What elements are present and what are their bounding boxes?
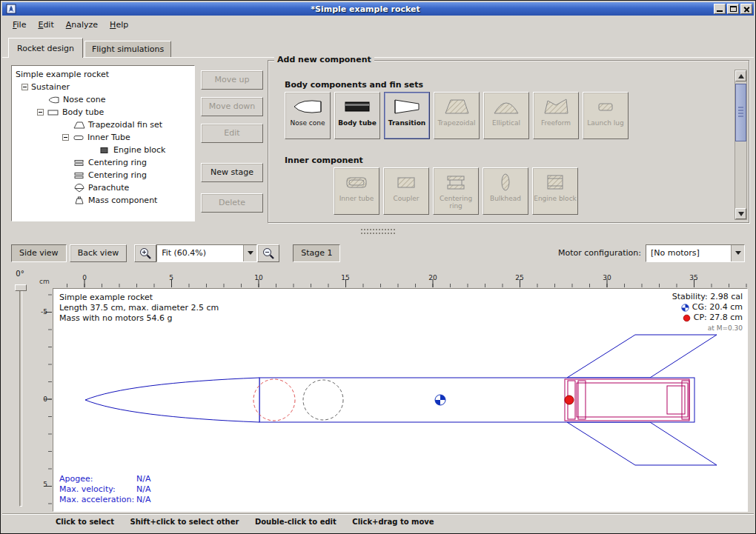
titlebar[interactable]: *Simple example rocket (2, 2, 754, 16)
inner-tube-icon (341, 171, 372, 193)
back-view-button[interactable]: Back view (70, 244, 127, 262)
component-tree[interactable]: Simple example rocket Sustainer Nose con… (11, 65, 195, 221)
ruler-label: 10 (250, 274, 268, 281)
component-scrollbar[interactable] (735, 70, 747, 220)
tree-item-label: Inner Tube (87, 133, 130, 142)
tree-item-label: Trapezoidal fin set (88, 120, 162, 130)
canvas-zone: 0° cm 0 5 10 15 20 25 30 (2, 267, 754, 513)
tree-item-label: Centering ring (88, 158, 147, 167)
maximize-button[interactable] (727, 4, 739, 14)
move-down-button[interactable]: Move down (201, 97, 263, 116)
collapse-handle-icon[interactable] (37, 109, 44, 116)
cg-value: CG: 20.4 cm (692, 302, 743, 313)
scroll-down-button[interactable] (735, 208, 746, 219)
body-component-buttons: Nose cone Body tube Transition Trapezoid… (285, 92, 629, 139)
tree-item-label: Body tube (62, 107, 104, 117)
move-up-button[interactable]: Move up (201, 70, 263, 90)
tree-item-sustainer[interactable]: Sustainer (12, 81, 194, 93)
add-elliptical-fin-button[interactable]: Elliptical (483, 92, 529, 139)
rocket-info: Simple example rocket Length 37.5 cm, ma… (59, 293, 219, 324)
tree-item-label: Sustainer (31, 82, 70, 92)
add-coupler-button[interactable]: Coupler (383, 167, 429, 215)
zoom-in-icon (139, 247, 152, 260)
centering-ring-icon (440, 171, 471, 193)
tree-item-nose-cone[interactable]: Nose cone (12, 93, 194, 106)
add-centering-ring-button[interactable]: Centering ring (433, 167, 479, 215)
combo-arrow-icon[interactable] (731, 245, 744, 261)
menu-edit[interactable]: Edit (32, 18, 59, 32)
combo-arrow-icon[interactable] (243, 245, 256, 261)
zoom-in-button[interactable] (134, 244, 156, 262)
ruler-label: 5 (162, 274, 180, 281)
scrollbar-thumb[interactable] (735, 84, 746, 141)
rotation-slider-track[interactable] (19, 286, 22, 507)
menu-help[interactable]: Help (104, 18, 134, 32)
add-transition-button[interactable]: Transition (384, 92, 430, 139)
tree-item-centering-ring-1[interactable]: Centering ring (12, 156, 194, 169)
app-icon[interactable] (6, 4, 16, 14)
ruler-label: 5 (37, 481, 47, 488)
add-launch-lug-button[interactable]: Launch lug (583, 92, 629, 139)
tree-item-fin-set[interactable]: Trapezoidal fin set (12, 119, 194, 131)
cp-value: CP: 27.8 cm (694, 313, 743, 323)
delete-button[interactable]: Delete (201, 193, 263, 213)
rocket-mass: Mass with no motors 54.6 g (59, 313, 219, 324)
motor-config-select[interactable]: [No motors] (646, 244, 745, 262)
scroll-up-button[interactable] (735, 70, 746, 81)
menu-analyze[interactable]: Analyze (60, 18, 104, 32)
rotation-control: 0° (5, 270, 35, 510)
collapse-handle-icon[interactable] (62, 134, 69, 141)
max-velocity-label: Max. velocity: (59, 484, 136, 495)
arrow-down-icon (738, 212, 744, 216)
status-bar: Click to select Shift+click to select ot… (2, 513, 754, 531)
tree-item-parachute[interactable]: Parachute (12, 181, 194, 194)
tree-item-centering-ring-2[interactable]: Centering ring (12, 169, 194, 181)
add-inner-tube-button[interactable]: Inner tube (334, 167, 379, 215)
fin-icon (73, 121, 86, 130)
rotation-slider-handle[interactable] (15, 284, 27, 291)
collapse-handle-icon[interactable] (21, 84, 28, 90)
zoom-select[interactable]: Fit (60.4%) (156, 244, 257, 262)
tree-item-mass-component[interactable]: Mass component (12, 194, 194, 207)
body-tube-outline (259, 378, 694, 422)
tree-item-body-tube[interactable]: Body tube (12, 106, 194, 119)
rocket-canvas[interactable]: Simple example rocket Length 37.5 cm, ma… (53, 288, 748, 512)
menubar: File Edit Analyze Help (2, 16, 754, 34)
add-trapezoidal-fin-button[interactable]: Trapezoidal (434, 92, 480, 139)
new-stage-button[interactable]: New stage (201, 163, 263, 182)
tree-item-inner-tube[interactable]: Inner Tube (12, 131, 194, 144)
rocket-name: Simple example rocket (59, 293, 219, 303)
inner-tube-icon (72, 133, 85, 142)
hint-shift-click: Shift+click to select other (130, 518, 239, 526)
add-body-tube-button[interactable]: Body tube (334, 92, 380, 139)
add-freeform-fin-button[interactable]: Freeform (533, 92, 579, 139)
engine-block-icon (98, 146, 111, 155)
menu-file[interactable]: File (7, 18, 32, 32)
tab-rocket-design[interactable]: Rocket design (8, 38, 83, 58)
minimize-button[interactable] (714, 4, 726, 14)
tree-item-engine-block[interactable]: Engine block (12, 144, 194, 156)
coupler-icon (391, 171, 422, 193)
vertical-ruler: -5 0 5 (36, 288, 53, 512)
window-title: *Simple example rocket (19, 4, 712, 14)
cp-marker (565, 396, 574, 404)
side-view-button[interactable]: Side view (11, 244, 67, 262)
add-bulkhead-button[interactable]: Bulkhead (483, 167, 528, 215)
tree-item-rocket[interactable]: Simple example rocket (12, 68, 194, 81)
arrow-up-icon (738, 74, 744, 79)
splitter-handle[interactable] (2, 227, 754, 239)
tree-item-label: Simple example rocket (16, 70, 109, 79)
close-button[interactable] (740, 4, 752, 14)
centering-ring-icon (73, 171, 86, 180)
rotation-value: 0° (5, 270, 35, 278)
view-toolbar: Side view Back view Fit (60.4%) Stage 1 … (2, 239, 754, 267)
add-nose-cone-button[interactable]: Nose cone (285, 92, 331, 139)
add-engine-block-button[interactable]: Engine block (532, 167, 578, 215)
nose-cone-icon (292, 96, 323, 118)
stage-1-toggle[interactable]: Stage 1 (293, 244, 340, 262)
zoom-out-button[interactable] (257, 244, 279, 262)
cg-icon (681, 304, 689, 312)
section-body-components: Body components and fin sets (285, 80, 423, 90)
edit-button[interactable]: Edit (201, 124, 263, 143)
tab-flight-simulations[interactable]: Flight simulations (84, 41, 171, 57)
